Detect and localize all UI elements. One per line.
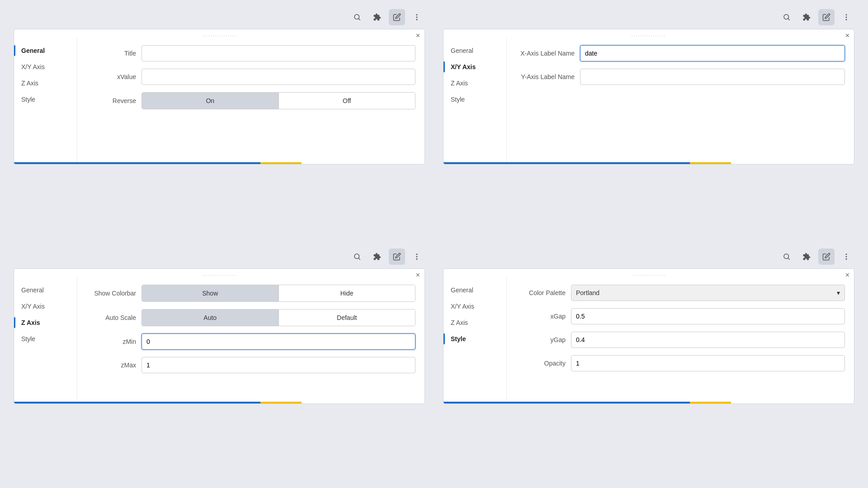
ygap-input[interactable] <box>571 332 845 348</box>
sidebar-4-item-z-axis[interactable]: Z Axis <box>443 314 506 331</box>
panel-3-more-button[interactable] <box>409 249 425 265</box>
sidebar-2-item-general[interactable]: General <box>443 42 506 59</box>
panel-4-edit-button[interactable] <box>818 249 835 265</box>
panel-4-close-button[interactable]: × <box>845 272 849 279</box>
sidebar-2-item-z-axis[interactable]: Z Axis <box>443 75 506 91</box>
xaxis-label-name-label: X-Axis Label Name <box>516 50 575 57</box>
colorbar-toggle: Show Hide <box>142 285 415 302</box>
svg-point-18 <box>846 256 847 258</box>
svg-point-9 <box>846 19 847 20</box>
sidebar-2-item-xy-axis[interactable]: X/Y Axis <box>443 59 506 75</box>
sidebar-item-xy-axis[interactable]: X/Y Axis <box>14 59 77 75</box>
svg-line-11 <box>359 258 360 259</box>
panel-2-close-button[interactable]: × <box>845 32 849 39</box>
svg-point-19 <box>846 258 847 260</box>
zmin-row: zMin <box>86 333 415 350</box>
svg-point-15 <box>784 254 789 259</box>
panel-3-close-button[interactable]: × <box>416 272 420 279</box>
xaxis-label-row: X-Axis Label Name <box>516 45 845 61</box>
xvalue-label: xValue <box>86 73 136 80</box>
panel-3-body: General X/Y Axis Z Axis Style Show Color… <box>14 277 425 402</box>
opacity-input[interactable] <box>571 355 845 371</box>
svg-point-3 <box>416 17 418 18</box>
panel-2-container: ................ × General X/Y Axis Z Ax… <box>434 5 863 244</box>
reverse-label: Reverse <box>86 97 136 104</box>
panel-2-plugin-button[interactable] <box>798 9 815 25</box>
sidebar-2-item-style[interactable]: Style <box>443 91 506 108</box>
sidebar-3-item-z-axis[interactable]: Z Axis <box>14 314 77 331</box>
zmax-input[interactable] <box>142 357 415 373</box>
colorbar-hide-button[interactable]: Hide <box>279 285 415 301</box>
sidebar-4-item-xy-axis[interactable]: X/Y Axis <box>443 298 506 314</box>
xaxis-label-input[interactable] <box>580 45 845 61</box>
panel-1: ................ × General X/Y Axis Z Ax… <box>14 29 425 164</box>
color-palette-select[interactable]: Portland ▾ <box>571 285 845 301</box>
panel-1-drag-handle[interactable]: ................ <box>14 29 425 38</box>
sidebar-4-item-general[interactable]: General <box>443 282 506 298</box>
panel-1-more-button[interactable] <box>409 9 425 25</box>
xvalue-input[interactable] <box>142 69 415 85</box>
panel-1-close-button[interactable]: × <box>416 32 420 39</box>
panel-3-edit-button[interactable] <box>389 249 405 265</box>
reverse-toggle: On Off <box>142 92 415 109</box>
color-palette-row: Color Palette Portland ▾ <box>516 285 845 301</box>
colorbar-label: Show Colorbar <box>86 290 136 297</box>
sidebar-item-z-axis[interactable]: Z Axis <box>14 75 77 91</box>
panel-1-search-button[interactable] <box>349 9 365 25</box>
autoscale-default-button[interactable]: Default <box>279 310 415 326</box>
zmax-row: zMax <box>86 357 415 373</box>
sidebar-4-item-style[interactable]: Style <box>443 331 506 347</box>
panel-3-container: ................ × General X/Y Axis Z Ax… <box>5 244 434 483</box>
panel-2-content: X-Axis Label Name Y-Axis Label Name <box>507 38 854 162</box>
ygap-row: yGap <box>516 332 845 348</box>
xgap-label: xGap <box>516 313 566 320</box>
panel-4-plugin-button[interactable] <box>798 249 815 265</box>
xgap-input[interactable] <box>571 308 845 324</box>
svg-point-8 <box>846 17 847 18</box>
colorbar-row: Show Colorbar Show Hide <box>86 285 415 302</box>
panel-2-edit-button[interactable] <box>818 9 835 25</box>
panel-1-content: Title xValue Reverse On Off <box>77 38 425 162</box>
sidebar-item-general[interactable]: General <box>14 42 77 59</box>
autoscale-label: Auto Scale <box>86 314 136 321</box>
panel-1-toolbar <box>349 9 425 25</box>
svg-line-16 <box>788 258 789 259</box>
panel-4-drag-handle[interactable]: ................ <box>443 269 854 277</box>
opacity-row: Opacity <box>516 355 845 371</box>
panel-3-plugin-button[interactable] <box>369 249 385 265</box>
chevron-down-icon: ▾ <box>837 289 840 296</box>
panel-1-plugin-button[interactable] <box>369 9 385 25</box>
xvalue-row: xValue <box>86 69 415 85</box>
autoscale-auto-button[interactable]: Auto <box>142 310 279 326</box>
panel-1-body: General X/Y Axis Z Axis Style Title <box>14 38 425 162</box>
title-row: Title <box>86 45 415 61</box>
svg-line-6 <box>788 19 789 20</box>
panel-2-search-button[interactable] <box>778 9 795 25</box>
autoscale-toggle: Auto Default <box>142 309 415 326</box>
zmin-input[interactable] <box>142 333 415 350</box>
panel-4-content: Color Palette Portland ▾ xGap yGap Opaci… <box>507 277 854 402</box>
color-palette-label: Color Palette <box>516 289 566 296</box>
panel-4-search-button[interactable] <box>778 249 795 265</box>
panel-2-drag-handle[interactable]: ................ <box>443 29 854 38</box>
panel-4-more-button[interactable] <box>838 249 854 265</box>
sidebar-3-item-style[interactable]: Style <box>14 331 77 347</box>
panel-1-bottom-bar <box>14 162 425 164</box>
title-input[interactable] <box>142 45 415 61</box>
panel-2-more-button[interactable] <box>838 9 854 25</box>
sidebar-item-style[interactable]: Style <box>14 91 77 108</box>
zmax-label: zMax <box>86 361 136 369</box>
panel-1-sidebar: General X/Y Axis Z Axis Style <box>14 38 77 162</box>
sidebar-3-item-xy-axis[interactable]: X/Y Axis <box>14 298 77 314</box>
reverse-off-button[interactable]: Off <box>279 93 415 109</box>
svg-point-0 <box>354 14 359 19</box>
xgap-row: xGap <box>516 308 845 324</box>
panel-3-drag-handle[interactable]: ................ <box>14 269 425 277</box>
svg-point-12 <box>416 253 418 255</box>
yaxis-label-input[interactable] <box>580 69 845 85</box>
panel-1-edit-button[interactable] <box>389 9 405 25</box>
panel-3-search-button[interactable] <box>349 249 365 265</box>
colorbar-show-button[interactable]: Show <box>142 285 279 301</box>
sidebar-3-item-general[interactable]: General <box>14 282 77 298</box>
reverse-on-button[interactable]: On <box>142 93 279 109</box>
